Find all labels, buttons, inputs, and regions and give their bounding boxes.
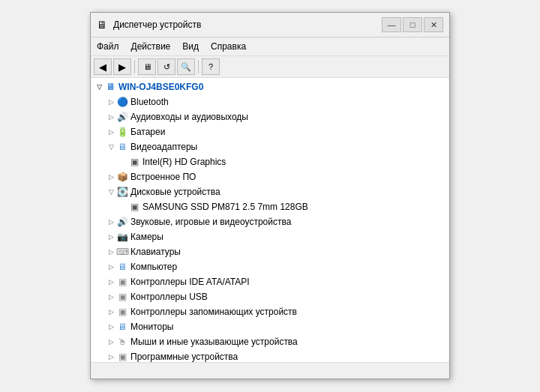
tree-item-software[interactable]: ▷▣Программные устройства bbox=[91, 349, 449, 362]
expand-icon-battery[interactable]: ▷ bbox=[106, 127, 116, 137]
title-bar-controls: — □ ✕ bbox=[382, 17, 443, 32]
tree-item-gpu-child[interactable]: ▣Intel(R) HD Graphics bbox=[91, 154, 449, 169]
expand-icon-keyboard[interactable]: ▷ bbox=[106, 247, 116, 257]
item-icon-monitor: 🖥 bbox=[116, 321, 128, 333]
toolbar-separator-2 bbox=[198, 60, 199, 73]
expand-icon-ide[interactable]: ▷ bbox=[106, 277, 116, 287]
toolbar-scan[interactable]: 🔍 bbox=[177, 58, 195, 75]
tree-root[interactable]: ▽ 🖥 WIN-OJ4BSE0KFG0 bbox=[91, 79, 449, 94]
minimize-button[interactable]: — bbox=[382, 17, 401, 32]
menu-action[interactable]: Действие bbox=[125, 39, 177, 54]
root-expand-icon[interactable]: ▽ bbox=[94, 82, 104, 92]
toolbar-properties[interactable]: 🖥 bbox=[138, 58, 156, 75]
device-tree[interactable]: ▽ 🖥 WIN-OJ4BSE0KFG0 ▷🔵Bluetooth▷🔊Аудиовх… bbox=[91, 78, 449, 362]
item-label-disk: Дисковые устройства bbox=[130, 187, 220, 197]
tree-item-keyboard[interactable]: ▷⌨Клавиатуры bbox=[91, 244, 449, 259]
item-label-battery: Батареи bbox=[130, 127, 165, 137]
item-icon-ssd: ▣ bbox=[128, 201, 140, 213]
menu-view[interactable]: Вид bbox=[176, 39, 205, 54]
item-label-camera: Камеры bbox=[130, 232, 164, 242]
toolbar: ◀ ▶ 🖥 ↺ 🔍 ? bbox=[91, 56, 449, 78]
expand-icon-embedded[interactable]: ▷ bbox=[106, 172, 116, 182]
expand-icon-software[interactable]: ▷ bbox=[106, 352, 116, 362]
expand-icon-ssd bbox=[118, 202, 128, 212]
item-icon-battery: 🔋 bbox=[116, 126, 128, 138]
menu-help[interactable]: Справка bbox=[205, 39, 252, 54]
tree-item-ide[interactable]: ▷▣Контроллеры IDE ATA/ATAPI bbox=[91, 274, 449, 289]
tree-item-computer[interactable]: ▷🖥Компьютер bbox=[91, 259, 449, 274]
tree-item-monitor[interactable]: ▷🖥Мониторы bbox=[91, 319, 449, 334]
item-icon-embedded: 📦 bbox=[116, 171, 128, 183]
close-button[interactable]: ✕ bbox=[424, 17, 443, 32]
menu-bar: Файл Действие Вид Справка bbox=[91, 37, 449, 56]
tree-item-usb[interactable]: ▷▣Контроллеры USB bbox=[91, 289, 449, 304]
item-label-embedded: Встроенное ПО bbox=[130, 172, 196, 182]
item-label-software: Программные устройства bbox=[130, 352, 238, 362]
item-label-ide: Контроллеры IDE ATA/ATAPI bbox=[130, 277, 250, 287]
item-label-monitor: Мониторы bbox=[130, 322, 173, 332]
tree-item-ssd[interactable]: ▣SAMSUNG SSD PM871 2.5 7mm 128GB bbox=[91, 199, 449, 214]
item-icon-keyboard: ⌨ bbox=[116, 246, 128, 258]
item-icon-gpu-child: ▣ bbox=[128, 156, 140, 168]
item-label-keyboard: Клавиатуры bbox=[130, 247, 181, 257]
item-icon-software: ▣ bbox=[116, 351, 128, 362]
item-icon-bluetooth: 🔵 bbox=[116, 96, 128, 108]
item-icon-computer: 🖥 bbox=[116, 261, 128, 273]
tree-item-camera[interactable]: ▷📷Камеры bbox=[91, 229, 449, 244]
expand-icon-disk[interactable]: ▽ bbox=[106, 187, 116, 197]
tree-item-audio[interactable]: ▷🔊Аудиовходы и аудиовыходы bbox=[91, 109, 449, 124]
expand-icon-mouse[interactable]: ▷ bbox=[106, 337, 116, 347]
toolbar-forward[interactable]: ▶ bbox=[113, 58, 131, 75]
expand-icon-camera[interactable]: ▷ bbox=[106, 232, 116, 242]
expand-icon-monitor[interactable]: ▷ bbox=[106, 322, 116, 332]
tree-item-sound[interactable]: ▷🔊Звуковые, игровые и видеоустройства bbox=[91, 214, 449, 229]
item-label-display: Видеоадаптеры bbox=[130, 142, 197, 152]
item-icon-ide: ▣ bbox=[116, 276, 128, 288]
item-icon-mouse: 🖱 bbox=[116, 336, 128, 348]
item-label-audio: Аудиовходы и аудиовыходы bbox=[130, 112, 248, 122]
item-icon-display: 🖥 bbox=[116, 141, 128, 153]
item-label-usb: Контроллеры USB bbox=[130, 292, 208, 302]
toolbar-update[interactable]: ↺ bbox=[158, 58, 176, 75]
toolbar-back[interactable]: ◀ bbox=[94, 58, 112, 75]
window-title: Диспетчер устройств bbox=[113, 19, 201, 30]
item-label-sound: Звуковые, игровые и видеоустройства bbox=[130, 217, 291, 227]
expand-icon-usb[interactable]: ▷ bbox=[106, 292, 116, 302]
expand-icon-bluetooth[interactable]: ▷ bbox=[106, 97, 116, 107]
item-label-computer: Компьютер bbox=[130, 262, 177, 272]
item-label-gpu-child: Intel(R) HD Graphics bbox=[142, 157, 226, 167]
title-bar: 🖥 Диспетчер устройств — □ ✕ bbox=[91, 13, 449, 37]
expand-icon-audio[interactable]: ▷ bbox=[106, 112, 116, 122]
item-icon-storage: ▣ bbox=[116, 306, 128, 318]
title-bar-left: 🖥 Диспетчер устройств bbox=[97, 19, 201, 31]
item-label-storage: Контроллеры запоминающих устройств bbox=[130, 307, 297, 317]
expand-icon-gpu-child bbox=[118, 157, 128, 167]
tree-items: ▷🔵Bluetooth▷🔊Аудиовходы и аудиовыходы▷🔋Б… bbox=[91, 94, 449, 362]
tree-item-embedded[interactable]: ▷📦Встроенное ПО bbox=[91, 169, 449, 184]
item-label-ssd: SAMSUNG SSD PM871 2.5 7mm 128GB bbox=[142, 202, 308, 212]
item-label-bluetooth: Bluetooth bbox=[130, 97, 169, 107]
root-label: WIN-OJ4BSE0KFG0 bbox=[118, 82, 203, 92]
tree-item-mouse[interactable]: ▷🖱Мыши и иные указывающие устройства bbox=[91, 334, 449, 349]
item-icon-sound: 🔊 bbox=[116, 216, 128, 228]
expand-icon-storage[interactable]: ▷ bbox=[106, 307, 116, 317]
status-bar bbox=[91, 362, 449, 379]
expand-icon-computer[interactable]: ▷ bbox=[106, 262, 116, 272]
tree-item-display[interactable]: ▽🖥Видеоадаптеры bbox=[91, 139, 449, 154]
toolbar-help[interactable]: ? bbox=[202, 58, 220, 75]
tree-item-storage[interactable]: ▷▣Контроллеры запоминающих устройств bbox=[91, 304, 449, 319]
expand-icon-sound[interactable]: ▷ bbox=[106, 217, 116, 227]
item-icon-disk: 💽 bbox=[116, 186, 128, 198]
root-icon: 🖥 bbox=[104, 81, 116, 93]
tree-item-battery[interactable]: ▷🔋Батареи bbox=[91, 124, 449, 139]
toolbar-separator-1 bbox=[134, 60, 135, 73]
expand-icon-display[interactable]: ▽ bbox=[106, 142, 116, 152]
item-icon-usb: ▣ bbox=[116, 291, 128, 303]
device-manager-window: 🖥 Диспетчер устройств — □ ✕ Файл Действи… bbox=[90, 12, 450, 379]
item-icon-camera: 📷 bbox=[116, 231, 128, 243]
tree-item-disk[interactable]: ▽💽Дисковые устройства bbox=[91, 184, 449, 199]
maximize-button[interactable]: □ bbox=[403, 17, 422, 32]
tree-item-bluetooth[interactable]: ▷🔵Bluetooth bbox=[91, 94, 449, 109]
menu-file[interactable]: Файл bbox=[91, 39, 125, 54]
item-icon-audio: 🔊 bbox=[116, 111, 128, 123]
